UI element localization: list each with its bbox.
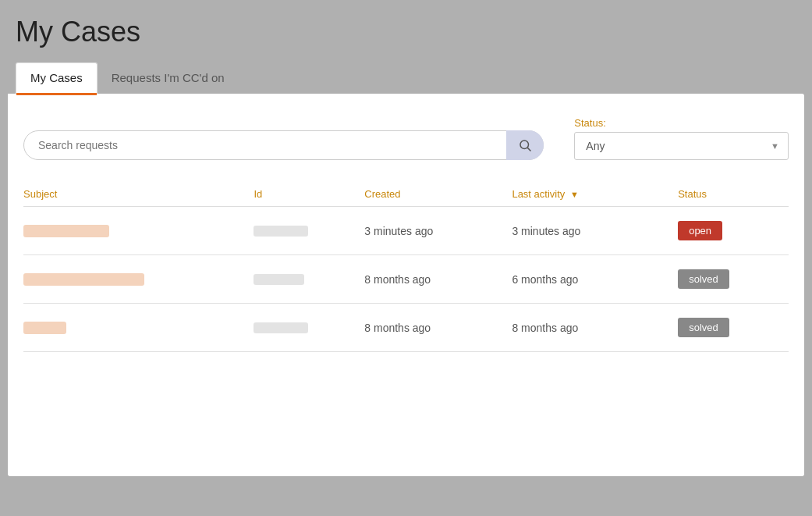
cell-created-2: 8 months ago [364,273,512,286]
col-header-id: Id [254,188,364,200]
main-content: Status: Any Open Pending Solved Closed S… [8,94,804,476]
table-row[interactable]: 8 months ago 8 months ago solved [23,304,789,352]
cell-last-activity-3: 8 months ago [512,322,678,334]
status-select-wrapper: Any Open Pending Solved Closed [574,132,789,160]
status-badge-open-1: open [678,221,722,240]
tabs-bar: My Cases Requests I'm CC'd on [8,62,804,94]
cell-status-1: open [678,221,789,240]
cell-id-1 [254,226,364,237]
status-label: Status: [574,117,789,129]
page-title: My Cases [8,16,804,48]
filter-row: Status: Any Open Pending Solved Closed [23,109,789,160]
blurred-subject-2 [23,273,144,286]
search-container [23,130,544,160]
cell-status-3: solved [678,318,789,337]
blurred-id-3 [254,322,308,333]
cell-created-1: 3 minutes ago [364,225,512,237]
cell-id-3 [254,322,364,333]
cell-subject-3 [23,322,254,334]
col-header-last-activity[interactable]: Last activity ▼ [512,188,678,200]
cell-subject-2 [23,273,254,286]
table-wrapper: Subject Id Created Last activity ▼ Statu… [23,183,789,352]
col-header-status: Status [678,188,789,200]
status-container: Status: Any Open Pending Solved Closed [574,117,789,160]
cell-last-activity-1: 3 minutes ago [512,225,678,237]
cell-last-activity-2: 6 months ago [512,273,678,286]
table-header: Subject Id Created Last activity ▼ Statu… [23,183,789,207]
blurred-subject-3 [23,322,66,334]
col-header-subject: Subject [23,188,254,200]
search-button[interactable] [506,130,544,160]
table-row[interactable]: 8 months ago 6 months ago solved [23,255,789,304]
cell-status-2: solved [678,269,789,289]
cell-subject-1 [23,225,254,237]
col-header-created: Created [364,188,512,200]
status-badge-solved-2: solved [678,269,729,289]
sort-desc-icon: ▼ [570,190,579,199]
status-select[interactable]: Any Open Pending Solved Closed [574,132,789,160]
cell-id-2 [254,274,364,285]
page-wrapper: My Cases My Cases Requests I'm CC'd on S… [0,0,812,516]
svg-point-0 [520,141,529,149]
search-input[interactable] [23,130,544,160]
status-badge-solved-3: solved [678,318,729,337]
tab-cc-requests[interactable]: Requests I'm CC'd on [98,63,239,94]
blurred-id-1 [254,226,308,237]
svg-line-1 [527,148,530,151]
blurred-id-2 [254,274,304,285]
search-icon [518,138,532,152]
cell-created-3: 8 months ago [364,322,512,334]
tab-my-cases[interactable]: My Cases [16,62,98,94]
blurred-subject-1 [23,225,109,237]
table-row[interactable]: 3 minutes ago 3 minutes ago open [23,207,789,255]
